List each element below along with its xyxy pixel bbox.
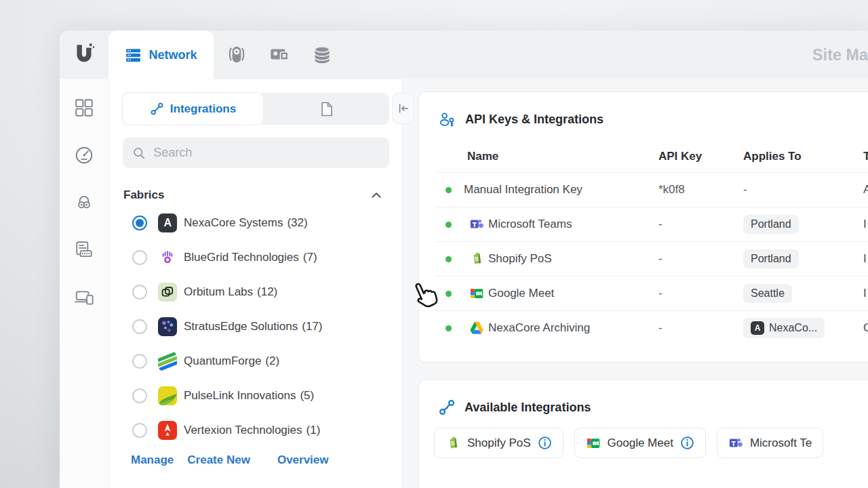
fabric-item-bluegrid[interactable]: BlueGrid Technologies (7) xyxy=(123,240,389,274)
collapse-panel-button[interactable] xyxy=(392,93,414,124)
microsoft-teams-button[interactable]: Microsoft Te xyxy=(717,428,823,458)
fabric-name: QuantumForge xyxy=(184,354,261,368)
google-meet-button[interactable]: Google Meet xyxy=(574,428,706,458)
overview-link[interactable]: Overview xyxy=(277,453,329,467)
table-header-row: Name API Key Applies To T xyxy=(435,141,868,172)
table-row-manual-key[interactable]: Manual Integration Key *k0f8 - A xyxy=(435,172,868,207)
search-icon xyxy=(132,146,146,161)
row-name: Google Meet xyxy=(488,287,554,300)
integrations-sidebar: Integrations Fabrics xyxy=(108,79,403,488)
fabric-name: StratusEdge Solutions xyxy=(184,320,298,333)
applies-to-pill: Seattle xyxy=(743,284,792,303)
fabric-name: NexaCore Systems xyxy=(184,216,283,230)
fabric-item-pulselink[interactable]: PulseLink Innovations (5) xyxy=(123,378,389,413)
unifi-u-icon xyxy=(71,42,97,68)
api-keys-card-title: API Keys & Integrations xyxy=(465,113,604,127)
available-card-title: Available Integrations xyxy=(465,401,591,415)
fabric-item-quantumforge[interactable]: QuantumForge (2) xyxy=(123,344,389,378)
row-api-key: - xyxy=(658,287,743,300)
client-devices-icon xyxy=(74,287,94,308)
info-icon[interactable] xyxy=(538,436,552,450)
fabric-count: (5) xyxy=(300,389,314,403)
connect-app-button[interactable] xyxy=(267,43,292,67)
fabric-item-orbitum[interactable]: Orbitum Labs (12) xyxy=(123,274,389,309)
protect-app-button[interactable] xyxy=(224,43,249,67)
table-row-microsoft-teams[interactable]: Microsoft Teams - Portland I xyxy=(435,207,868,241)
fabric-name: Orbitum Labs xyxy=(184,285,253,299)
row-name: Microsoft Teams xyxy=(488,218,572,231)
dashboard-grid-icon xyxy=(74,98,94,118)
fabric-item-stratusedge[interactable]: StratusEdge Solutions (17) xyxy=(123,309,389,344)
column-api-key: API Key xyxy=(658,150,743,163)
port-manager-icon xyxy=(74,240,94,260)
tab-network[interactable]: Network xyxy=(108,30,214,79)
search-input[interactable] xyxy=(153,146,380,160)
fabric-count: (17) xyxy=(302,320,322,333)
performance-nav-button[interactable] xyxy=(73,144,95,166)
radio-unselected[interactable] xyxy=(132,354,147,369)
fabrics-section-header: Fabrics xyxy=(123,185,389,205)
status-dot xyxy=(446,291,452,297)
row-name: Shopify PoS xyxy=(488,252,552,266)
shopify-icon: S xyxy=(446,436,460,451)
radio-unselected[interactable] xyxy=(132,285,147,300)
fabric-name: PulseLink Innovations xyxy=(184,389,296,403)
sidebar-search[interactable] xyxy=(123,138,389,168)
integrations-tab-label: Integrations xyxy=(170,102,236,116)
fabric-item-vertexion[interactable]: Vertexion Technologies (1) xyxy=(123,413,389,447)
main-content: API Keys & Integrations Name API Key App… xyxy=(403,79,868,488)
radio-unselected[interactable] xyxy=(132,319,147,334)
svg-text:S: S xyxy=(451,439,455,446)
google-drive-icon xyxy=(469,321,484,336)
fabric-count: (12) xyxy=(257,285,277,299)
column-type: T xyxy=(863,150,868,163)
microsoft-teams-icon xyxy=(728,436,743,451)
fabric-count: (32) xyxy=(287,216,307,230)
database-stack-icon xyxy=(311,43,334,66)
fabrics-title: Fabrics xyxy=(123,188,164,202)
radio-unselected[interactable] xyxy=(132,388,147,403)
tab-documents[interactable] xyxy=(263,93,389,125)
table-row-shopify[interactable]: S Shopify PoS - Portland I xyxy=(435,241,868,276)
port-manager-nav-button[interactable] xyxy=(73,239,95,261)
protect-camera-icon xyxy=(225,43,248,66)
vertexion-logo-icon xyxy=(158,421,177,440)
info-icon[interactable] xyxy=(680,436,694,450)
fabric-count: (7) xyxy=(303,251,317,264)
button-label: Google Meet xyxy=(608,436,673,450)
site-manager-link[interactable]: Site Ma xyxy=(812,30,868,79)
radio-unselected[interactable] xyxy=(132,250,147,265)
status-dot xyxy=(446,222,452,228)
row-api-key: - xyxy=(658,321,743,335)
row-type: I xyxy=(863,252,868,266)
database-app-button[interactable] xyxy=(310,43,334,67)
devices-nav-button[interactable] xyxy=(73,192,95,214)
row-type: C xyxy=(863,321,868,335)
row-type: I xyxy=(863,218,868,231)
fabric-name: Vertexion Technologies xyxy=(184,424,302,437)
top-navigation: Network xyxy=(60,30,868,79)
fabric-item-nexacore[interactable]: A NexaCore Systems (32) xyxy=(123,205,389,240)
table-row-google-meet[interactable]: Google Meet - Seattle I xyxy=(435,276,868,310)
google-meet-icon xyxy=(586,436,601,451)
table-row-nexacore-archiving[interactable]: NexaCore Archiving - A NexaCo... C xyxy=(435,310,868,345)
dashboard-nav-button[interactable] xyxy=(73,97,95,119)
radio-selected[interactable] xyxy=(132,216,147,230)
button-label: Shopify PoS xyxy=(467,436,531,450)
manage-link[interactable]: Manage xyxy=(131,453,174,467)
shopify-icon: S xyxy=(469,251,484,266)
clients-nav-button[interactable] xyxy=(73,287,95,308)
radio-unselected[interactable] xyxy=(132,423,147,438)
row-name: NexaCore Archiving xyxy=(488,321,590,335)
tab-integrations[interactable]: Integrations xyxy=(123,93,263,125)
nexacore-logo-icon: A xyxy=(158,214,177,232)
chevron-up-icon[interactable] xyxy=(369,188,384,203)
desktop-background: { "topnav": { "network_tab": "Network", … xyxy=(0,0,868,488)
bluegrid-logo-icon xyxy=(158,248,177,267)
create-new-link[interactable]: Create New xyxy=(187,453,250,467)
integration-buttons-row: S Shopify PoS xyxy=(434,428,868,458)
unifi-logo[interactable] xyxy=(60,30,108,79)
orbitum-logo-icon xyxy=(158,283,177,302)
shopify-pos-button[interactable]: S Shopify PoS xyxy=(434,428,564,458)
collapse-left-icon xyxy=(397,102,410,115)
